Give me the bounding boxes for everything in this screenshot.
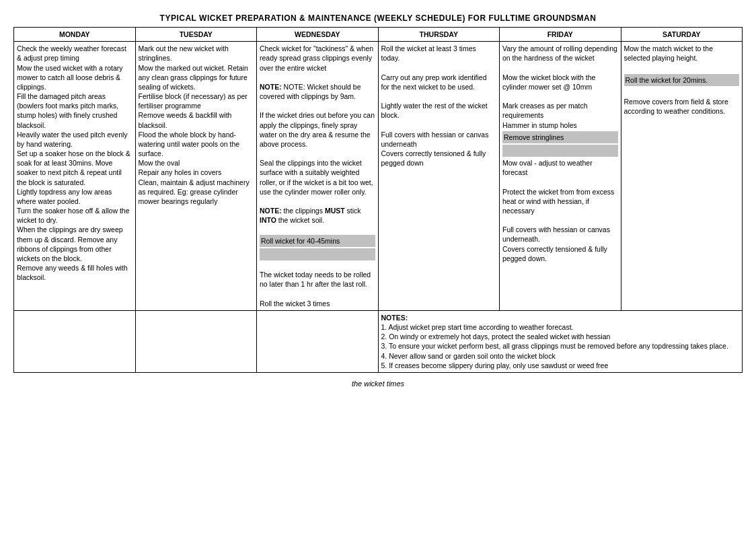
- header-friday: FRIDAY: [500, 28, 621, 42]
- thursday-cell: Roll the wicket at least 3 times today. …: [378, 42, 500, 311]
- header-saturday: SATURDAY: [621, 28, 743, 42]
- friday-grey-2: [502, 145, 618, 157]
- monday-cell: Check the weekly weather forecast & adju…: [14, 42, 136, 311]
- page-title: TYPICAL WICKET PREPARATION & MAINTENANCE…: [13, 13, 743, 23]
- monday-bottom: [14, 310, 136, 372]
- tuesday-bottom: [135, 310, 257, 372]
- saturday-grey: Roll the wicket for 20mins.: [624, 74, 740, 86]
- header-wednesday: WEDNESDAY: [257, 28, 379, 42]
- tuesday-cell: Mark out the new wicket with stringlines…: [135, 42, 257, 311]
- header-thursday: THURSDAY: [378, 28, 500, 42]
- saturday-cell: Mow the match wicket to the selected pla…: [621, 42, 743, 311]
- roll-highlight-wed2: [260, 248, 375, 260]
- wednesday-bottom: [257, 310, 379, 372]
- footer-text: the wicket times: [13, 380, 743, 388]
- header-monday: MONDAY: [14, 28, 136, 42]
- header-tuesday: TUESDAY: [135, 28, 257, 42]
- friday-grey-1: Remove stringlines: [502, 131, 618, 143]
- roll-highlight-wed: Roll wicket for 40-45mins: [260, 235, 375, 247]
- wednesday-cell: Check wicket for "tackiness" & when read…: [257, 42, 379, 311]
- notes-cell: NOTES: 1. Adjust wicket prep start time …: [378, 310, 743, 372]
- friday-cell: Vary the amount of rolling depending on …: [500, 42, 621, 311]
